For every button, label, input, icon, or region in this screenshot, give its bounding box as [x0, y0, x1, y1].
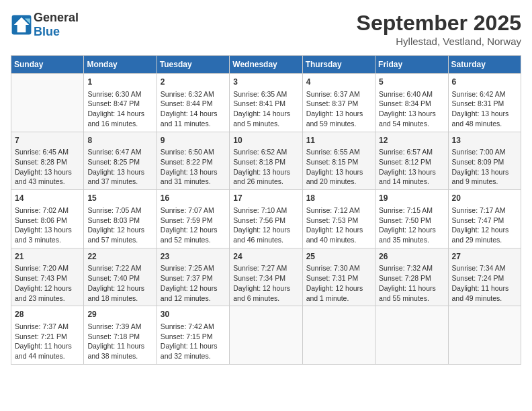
day-info-line: Sunrise: 7:34 AM [452, 263, 517, 273]
day-info-line: Daylight: 12 hours [87, 225, 152, 235]
day-info-line: Sunrise: 6:30 AM [87, 89, 152, 99]
day-info-line: Sunset: 7:15 PM [161, 332, 226, 342]
day-info-line: Daylight: 12 hours [161, 225, 226, 235]
day-info-line: Sunset: 8:37 PM [306, 99, 371, 109]
day-info-line: and 31 minutes. [161, 177, 226, 187]
day-info-line: Daylight: 14 hours [87, 109, 152, 119]
day-info-line: Sunset: 8:12 PM [379, 157, 444, 167]
day-info-line: and 59 minutes. [306, 119, 371, 129]
day-info-line: and 14 minutes. [379, 177, 444, 187]
day-number: 28 [15, 309, 80, 320]
day-info-line: Sunrise: 6:42 AM [452, 89, 517, 99]
day-info-line: Daylight: 13 hours [306, 109, 371, 119]
day-number: 8 [87, 135, 152, 146]
day-info-line: Sunrise: 6:32 AM [161, 89, 226, 99]
calendar-cell: 27Sunrise: 7:34 AMSunset: 7:24 PMDayligh… [448, 248, 521, 306]
calendar-cell: 26Sunrise: 7:32 AMSunset: 7:28 PMDayligh… [375, 248, 448, 306]
day-info-line: Sunrise: 7:39 AM [87, 322, 152, 332]
day-info-line: and 18 minutes. [87, 293, 152, 304]
day-info-line: Daylight: 12 hours [161, 283, 226, 293]
day-info-line: Sunrise: 6:52 AM [233, 147, 298, 157]
day-info-line: Sunset: 8:41 PM [233, 99, 298, 109]
day-info-line: Sunset: 7:18 PM [87, 332, 152, 342]
day-info-line: and 43 minutes. [15, 177, 80, 187]
day-info-line: Sunset: 7:50 PM [379, 216, 444, 226]
day-info-line: Sunset: 8:25 PM [87, 157, 152, 167]
calendar-day-header: Sunday [11, 56, 84, 74]
calendar-cell: 15Sunrise: 7:05 AMSunset: 8:03 PMDayligh… [84, 190, 157, 248]
day-info-line: Daylight: 13 hours [233, 167, 298, 177]
day-info-line: Daylight: 13 hours [87, 167, 152, 177]
day-info-line: Daylight: 14 hours [233, 109, 298, 119]
calendar-header-row: SundayMondayTuesdayWednesdayThursdayFrid… [11, 56, 521, 74]
day-info-line: Sunrise: 7:00 AM [452, 147, 517, 157]
calendar-cell: 28Sunrise: 7:37 AMSunset: 7:21 PMDayligh… [11, 306, 84, 365]
day-info-line: Sunrise: 6:57 AM [379, 147, 444, 157]
calendar-cell: 17Sunrise: 7:10 AMSunset: 7:56 PMDayligh… [230, 190, 302, 248]
calendar-week-row: 21Sunrise: 7:20 AMSunset: 7:43 PMDayligh… [11, 248, 521, 306]
calendar-cell [302, 306, 375, 365]
day-number: 2 [161, 77, 226, 88]
day-info-line: and 52 minutes. [161, 235, 226, 245]
day-info-line: Sunrise: 6:50 AM [161, 147, 226, 157]
day-info-line: Daylight: 13 hours [379, 109, 444, 119]
day-info-line: Sunset: 7:47 PM [452, 216, 517, 226]
day-info-line: Sunset: 7:21 PM [15, 332, 80, 342]
calendar-cell: 4Sunrise: 6:37 AMSunset: 8:37 PMDaylight… [302, 74, 375, 132]
calendar-cell: 29Sunrise: 7:39 AMSunset: 7:18 PMDayligh… [84, 306, 157, 365]
day-number: 21 [15, 251, 80, 263]
day-number: 6 [452, 77, 517, 88]
day-info-line: Sunset: 8:28 PM [15, 157, 80, 167]
day-info-line: Sunrise: 7:32 AM [379, 263, 444, 273]
day-info-line: and 32 minutes. [161, 351, 226, 361]
day-info-line: Daylight: 11 hours [15, 341, 80, 351]
day-info-line: and 40 minutes. [306, 235, 371, 245]
day-info-line: Sunrise: 6:35 AM [233, 89, 298, 99]
day-info-line: Sunrise: 6:55 AM [306, 147, 371, 157]
day-number: 22 [87, 251, 152, 263]
calendar-cell: 6Sunrise: 6:42 AMSunset: 8:31 PMDaylight… [448, 74, 521, 132]
day-info-line: Daylight: 12 hours [15, 283, 80, 293]
day-number: 14 [15, 193, 80, 204]
day-info-line: and 5 minutes. [233, 119, 298, 129]
day-info-line: and 1 minute. [306, 293, 371, 304]
day-info-line: Sunrise: 7:30 AM [306, 263, 371, 273]
day-info-line: and 26 minutes. [233, 177, 298, 187]
day-number: 12 [379, 135, 444, 146]
day-number: 1 [87, 77, 152, 88]
calendar-week-row: 14Sunrise: 7:02 AMSunset: 8:06 PMDayligh… [11, 190, 521, 248]
calendar-week-row: 1Sunrise: 6:30 AMSunset: 8:47 PMDaylight… [11, 74, 521, 132]
day-info-line: Daylight: 13 hours [452, 109, 517, 119]
day-info-line: Daylight: 13 hours [306, 167, 371, 177]
calendar-cell: 19Sunrise: 7:15 AMSunset: 7:50 PMDayligh… [375, 190, 448, 248]
calendar-cell: 18Sunrise: 7:12 AMSunset: 7:53 PMDayligh… [302, 190, 375, 248]
calendar-cell: 30Sunrise: 7:42 AMSunset: 7:15 PMDayligh… [157, 306, 229, 365]
day-number: 5 [379, 77, 444, 88]
calendar-day-header: Friday [375, 56, 448, 74]
day-number: 13 [452, 135, 517, 146]
calendar-cell: 5Sunrise: 6:40 AMSunset: 8:34 PMDaylight… [375, 74, 448, 132]
day-number: 29 [87, 309, 152, 320]
day-info-line: and 12 minutes. [161, 293, 226, 304]
day-number: 18 [306, 193, 371, 204]
day-info-line: Sunset: 8:47 PM [87, 99, 152, 109]
logo: General Blue [11, 11, 79, 39]
day-info-line: and 57 minutes. [87, 235, 152, 245]
day-info-line: Sunrise: 6:37 AM [306, 89, 371, 99]
day-info-line: Sunrise: 7:20 AM [15, 263, 80, 273]
day-number: 11 [306, 135, 371, 146]
day-info-line: Sunrise: 7:02 AM [15, 205, 80, 216]
calendar-cell: 25Sunrise: 7:30 AMSunset: 7:31 PMDayligh… [302, 248, 375, 306]
day-number: 25 [306, 251, 371, 263]
day-info-line: and 37 minutes. [87, 177, 152, 187]
day-info-line: and 48 minutes. [452, 119, 517, 129]
day-number: 9 [161, 135, 226, 146]
day-number: 23 [161, 251, 226, 263]
day-info-line: and 20 minutes. [306, 177, 371, 187]
day-info-line: and 35 minutes. [379, 235, 444, 245]
day-info-line: Sunset: 8:31 PM [452, 99, 517, 109]
day-info-line: Daylight: 11 hours [379, 283, 444, 293]
day-info-line: and 9 minutes. [452, 177, 517, 187]
day-info-line: Sunrise: 7:17 AM [452, 205, 517, 216]
day-info-line: Daylight: 12 hours [379, 225, 444, 235]
